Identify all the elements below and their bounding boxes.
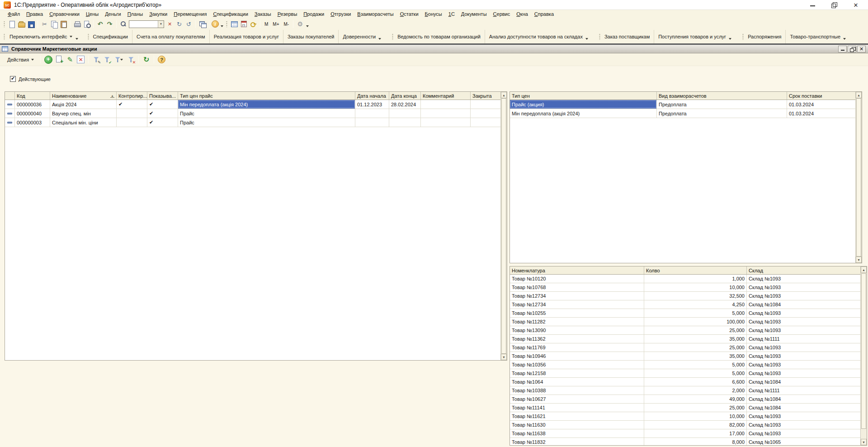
scroll-down-button[interactable] [501,354,507,360]
save-icon[interactable] [27,20,35,29]
clear-search-icon[interactable] [165,20,174,29]
column-header-closed[interactable]: Закрыта [471,92,500,100]
table-row[interactable]: Товар №11141 25,000 Склад №1084 [510,404,860,412]
menu-item[interactable]: Продажи [300,10,327,18]
column-header-date-end[interactable]: Дата конца [389,92,421,100]
vertical-scrollbar[interactable] [855,92,862,263]
column-header-date-start[interactable]: Дата начала [355,92,389,100]
interface-button[interactable]: Счета на оплату покупателям [132,30,209,43]
undo-icon[interactable] [96,20,104,29]
table-row[interactable]: Прайс (акция) Предоплата 01.03.2024 [510,100,855,109]
mdi-minimize-button[interactable] [838,46,847,52]
interface-button[interactable]: Заказы покупателей [283,30,339,43]
lock-key-icon[interactable] [249,20,258,29]
windows-list-icon[interactable] [198,20,207,29]
menu-item[interactable]: Бонусы [422,10,445,18]
menu-item[interactable]: Правка [23,10,46,18]
memory-m-minus-button[interactable]: M- [282,21,291,28]
column-header-price-type[interactable]: Тип цен [510,92,657,100]
menu-item[interactable]: Заказы [251,10,274,18]
memory-m-button[interactable]: M [263,21,270,28]
filter-by-value-icon[interactable] [91,55,101,64]
interface-button[interactable]: Ведомость по товарам организаций [388,30,485,43]
service-icon[interactable] [296,20,304,29]
vertical-scrollbar[interactable] [860,266,867,445]
mdi-restore-button[interactable] [848,46,856,52]
interface-button[interactable]: Доверенности [338,30,385,43]
add-copy-icon[interactable] [54,55,64,64]
column-header-control[interactable]: Контролир... [117,92,147,100]
column-header-warehouse[interactable]: Склад [747,266,860,274]
vertical-scrollbar[interactable] [500,92,507,360]
table-row[interactable]: Товар №12734 32,500 Склад №1093 [510,292,860,300]
chevron-down-icon[interactable] [221,25,223,27]
menu-item[interactable]: 1С [445,10,458,18]
table-row[interactable]: 000000036 Акція 2024 ✔ ✔ Мін передоплата… [5,100,500,109]
cut-icon[interactable] [40,20,49,29]
table-row[interactable]: Товар №1064 6,600 Склад №1084 [510,378,860,386]
active-only-checkbox[interactable]: Действующие [10,76,51,82]
print-icon[interactable] [73,20,81,29]
table-board-icon[interactable] [231,21,238,27]
menu-item[interactable]: Резервы [274,10,301,18]
actions-menu-button[interactable]: Действия [4,55,38,64]
scrollbar-thumb[interactable] [861,273,866,429]
table-row[interactable]: Товар №12158 5,000 Склад №1093 [510,369,860,378]
scroll-up-button[interactable] [861,266,867,273]
menu-item[interactable]: Планы [124,10,146,18]
scroll-up-button[interactable] [501,92,507,98]
interface-button[interactable]: Реализация товаров и услуг [209,30,283,43]
table-row[interactable]: Товар №10768 10,000 Склад №1093 [510,283,860,292]
table-row[interactable]: 000000040 Ваучер спец. мін ✔ Прайс [5,109,500,118]
table-row[interactable]: Товар №10388 2,000 Склад №1111 [510,386,860,395]
column-header-comment[interactable]: Комментарий [421,92,471,100]
column-header-delivery-term[interactable]: Срок поставки [787,92,855,100]
table-row[interactable]: Товар №13090 25,000 Склад №1093 [510,326,860,335]
table-row[interactable]: Товар №11638 17,000 Склад №1093 [510,429,860,438]
add-item-icon[interactable] [43,55,53,64]
interface-button[interactable]: Анализ доступности товаров на складах [485,30,592,43]
filter-history-icon[interactable] [113,55,125,64]
interface-button[interactable]: Спецификации [84,30,132,43]
scroll-down-button[interactable] [861,439,867,445]
interface-button[interactable]: Распоряжения [738,30,785,43]
memory-m-plus-button[interactable]: M+ [271,21,281,28]
table-row[interactable]: Товар №10627 49,000 Склад №1084 [510,395,860,404]
table-row[interactable]: Мін передоплата (акція 2024) Предоплата … [510,109,855,118]
chevron-down-icon[interactable] [306,25,309,27]
switch-interface-button[interactable]: Переключить интерфейс [7,32,81,42]
column-header-quantity[interactable]: Колво [644,266,747,274]
table-row[interactable]: Товар №11769 25,000 Склад №1093 [510,343,860,352]
menu-item[interactable]: Перемещения [170,10,210,18]
table-row[interactable]: Товар №10946 35,000 Склад №1093 [510,352,860,361]
copy-icon[interactable] [50,20,58,29]
column-header-show[interactable]: Показыва... [147,92,178,100]
scroll-up-button[interactable] [856,92,862,98]
menu-item[interactable]: Закупки [146,10,170,18]
table-row[interactable]: 000000003 Спеціальні мін. ціни ✔ Прайс [5,118,500,127]
table-row[interactable]: Товар №11621 10,000 Склад №1093 [510,412,860,421]
menu-item[interactable]: Файл [5,10,23,18]
column-header-code[interactable]: Код [15,92,50,100]
open-icon[interactable] [17,20,26,29]
table-row[interactable]: Товар №10356 5,000 Склад №1093 [510,361,860,369]
column-header-price-type[interactable]: Тип цен прайс [178,92,355,100]
table-row[interactable]: Товар №11630 82,000 Склад №1093 [510,421,860,429]
interface-button[interactable]: Заказ поставщикам [595,30,654,43]
table-row[interactable]: Товар №11362 35,000 Склад №1111 [510,335,860,343]
combo-dropdown-button[interactable] [158,21,164,28]
calendar-icon[interactable] [241,21,247,27]
scrollbar-thumb[interactable] [501,98,506,354]
restore-button[interactable] [827,0,841,10]
menu-item[interactable]: Справочники [46,10,83,18]
table-row[interactable]: Товар №10255 5,000 Склад №1093 [510,309,860,318]
find-next-icon[interactable] [175,20,184,29]
edit-icon[interactable] [65,55,75,64]
menu-item[interactable]: Отгрузки [327,10,354,18]
table-row[interactable]: Товар №10120 1,000 Склад №1093 [510,275,860,283]
interface-button[interactable]: Товаро-транспортные [785,30,850,43]
menu-item[interactable]: Спецификации [210,10,251,18]
search-combobox[interactable] [129,20,164,28]
new-document-icon[interactable] [8,20,16,29]
mdi-close-button[interactable] [857,46,866,52]
